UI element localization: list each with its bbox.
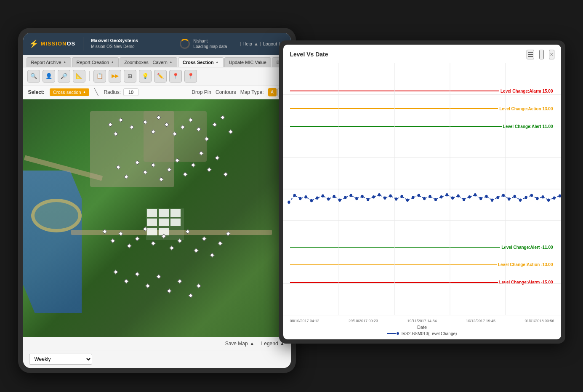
forward-tool-btn[interactable]: ▶▶ (109, 70, 121, 83)
c-marker (170, 209, 181, 217)
chart-x-title: Date (290, 325, 554, 330)
logo-text: MISSIONOS (41, 40, 76, 47)
zoom-tool-btn[interactable]: 🔎 (58, 70, 70, 83)
x-label-4: 10/12/2017 19:45 (466, 319, 495, 323)
tab-cross-section[interactable]: Cross Section ▲ (178, 57, 224, 67)
sensor-dot[interactable] (178, 279, 182, 283)
sensor-dot[interactable] (135, 272, 139, 277)
chart-controls: ☰ – × (527, 50, 554, 59)
week-select[interactable]: Weekly Monthly Daily (29, 354, 92, 365)
legend-dash-line (387, 333, 396, 334)
svg-point-46 (485, 195, 487, 197)
pin2-tool-btn[interactable]: 📍 (184, 70, 197, 83)
x-label-3: 19/11/2017 14:34 (407, 319, 437, 323)
chart-panel: Level Vs Date ☰ – × Level Change:Alarm 1… (279, 40, 565, 344)
sensor-dot[interactable] (196, 284, 201, 288)
loading-spinner (180, 39, 190, 49)
select-label: Select: (28, 89, 45, 95)
svg-point-17 (321, 194, 324, 197)
sensor-dot[interactable] (223, 172, 228, 177)
sensor-dot[interactable] (212, 122, 217, 127)
search-tool-btn[interactable]: 🔍 (27, 70, 40, 83)
sensor-dot[interactable] (127, 243, 131, 248)
sensor-dot[interactable] (191, 163, 196, 167)
sensor-dot[interactable] (156, 274, 161, 279)
sensor-dot[interactable] (111, 239, 115, 243)
svg-point-25 (367, 198, 369, 201)
sensor-dot[interactable] (220, 115, 225, 120)
sensor-dot[interactable] (167, 288, 171, 293)
grid-tool-btn[interactable]: ⊞ (124, 70, 136, 83)
diagonal-icon: ╲ (94, 88, 98, 96)
sensor-dot[interactable] (135, 236, 139, 241)
svg-point-14 (304, 195, 307, 198)
svg-point-22 (349, 194, 352, 197)
tab-update-mic[interactable]: Update MIC Value (224, 57, 271, 67)
save-map-btn[interactable]: Save Map ▲ (225, 341, 255, 347)
sensor-dot[interactable] (170, 246, 174, 251)
sensor-dot[interactable] (124, 279, 129, 283)
c-marker (159, 219, 169, 226)
toolbar: 🔍 👤 🔎 📐 📋 ▶▶ ⊞ 💡 ✏️ 📍 📍 (23, 67, 291, 85)
legend-dot (397, 332, 399, 335)
drop-pin-label: Drop Pin (192, 89, 211, 95)
map-type-a[interactable]: A (268, 88, 277, 96)
chart-menu-btn[interactable]: ☰ (527, 50, 534, 59)
select-tool-btn[interactable]: 👤 (43, 70, 55, 83)
logout-link[interactable]: Logout (263, 41, 277, 46)
help-link[interactable]: Help (242, 41, 252, 46)
measure-tool-btn[interactable]: 📐 (73, 70, 85, 83)
sensor-dot[interactable] (151, 241, 155, 245)
tab-report-creation[interactable]: Report Creation ▲ (72, 57, 119, 67)
map-controls: Drop Pin Contours Map Type: A C (192, 88, 285, 96)
svg-point-54 (530, 194, 532, 197)
svg-point-27 (378, 193, 380, 196)
edit-tool-btn[interactable]: ✏️ (154, 70, 167, 83)
copy-tool-btn[interactable]: 📋 (93, 70, 106, 83)
svg-point-26 (372, 195, 375, 198)
svg-point-24 (361, 195, 363, 197)
loading-text: Nishant Loading map data (193, 38, 227, 49)
svg-point-38 (440, 195, 442, 198)
svg-point-39 (445, 193, 448, 196)
light-tool-btn[interactable]: 💡 (139, 70, 152, 83)
sensor-dot[interactable] (215, 155, 220, 160)
chart-x-labels: 08/10/2017 04:12 29/10/2017 09:23 19/11/… (290, 319, 554, 323)
bottom-row: Weekly Monthly Daily (23, 350, 291, 368)
radius-input[interactable] (123, 88, 138, 96)
left-tablet: ⚡ MISSIONOS Maxwell GeoSystems Mission O… (18, 28, 296, 373)
app-header: ⚡ MISSIONOS Maxwell GeoSystems Mission O… (23, 33, 291, 55)
chart-bottom: 08/10/2017 04:12 29/10/2017 09:23 19/11/… (283, 315, 561, 339)
sensor-dot[interactable] (218, 241, 222, 245)
svg-point-52 (519, 198, 521, 201)
sensor-dot[interactable] (229, 129, 233, 134)
river (23, 171, 82, 313)
cross-section-btn[interactable]: Cross section ▲ (50, 88, 90, 96)
chart-close-btn[interactable]: × (549, 50, 554, 59)
svg-point-33 (412, 196, 414, 199)
sensor-dot[interactable] (207, 167, 212, 172)
sensor-dot[interactable] (202, 236, 206, 241)
tab-report-archive[interactable]: Report Archive ▲ (27, 57, 71, 67)
svg-point-47 (490, 198, 493, 201)
pin-tool-btn[interactable]: 📍 (169, 70, 182, 83)
nav-arrow: ▲ (254, 41, 258, 46)
c-marker (147, 219, 157, 226)
nav-sep: | (240, 41, 241, 46)
sensor-dot[interactable] (188, 293, 193, 298)
sensor-dot[interactable] (210, 253, 214, 257)
c-marker (170, 219, 181, 226)
toolbar-sep1 (89, 71, 90, 81)
svg-point-58 (553, 196, 555, 199)
chart-svg (283, 63, 561, 315)
tab-zoomboxes[interactable]: Zoomboxes - Cavern ▲ (120, 57, 177, 67)
map-area[interactable] (23, 99, 291, 337)
sensor-dot[interactable] (183, 172, 187, 177)
sensor-dot[interactable] (145, 284, 150, 288)
map-bottom: Save Map ▲ Legend ▲ (23, 337, 291, 350)
sensor-dot[interactable] (113, 269, 118, 274)
sensor-dot[interactable] (194, 248, 198, 253)
chart-minimize-btn[interactable]: – (539, 50, 544, 59)
x-label-5: 01/01/2018 00:56 (524, 319, 554, 323)
svg-point-16 (316, 196, 318, 199)
